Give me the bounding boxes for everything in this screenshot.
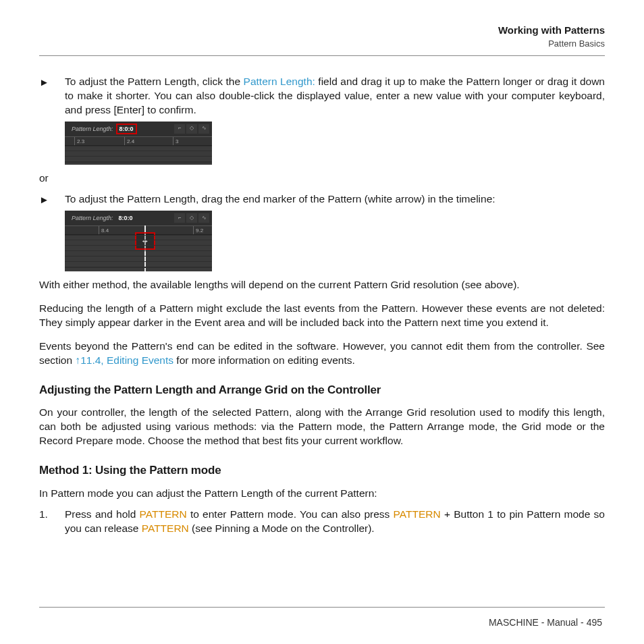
numbered-step-1: 1. Press and hold PATTERN to enter Patte… — [39, 508, 605, 536]
pattern-length-link[interactable]: Pattern Length: — [244, 76, 315, 87]
pattern-length-label: Pattern Length: — [65, 214, 113, 222]
footer-rule — [39, 607, 605, 608]
paragraph: Events beyond the Pattern's end can be e… — [39, 340, 605, 368]
section-heading: Method 1: Using the Pattern mode — [39, 463, 605, 479]
event-grid — [65, 235, 212, 271]
screenshot-1-toolbar: Pattern Length: 8:0:0 ⌐ ◇ ∿ — [65, 122, 212, 136]
section-heading: Adjusting the Pattern Length and Arrange… — [39, 383, 605, 398]
pattern-key: PATTERN — [394, 508, 441, 520]
header-rule — [39, 55, 605, 56]
page-footer: MASCHINE - Manual - 495 — [489, 617, 602, 628]
header-title: Working with Patterns — [39, 24, 605, 36]
instruction-step-2: ► To adjust the Pattern Length, drag the… — [39, 192, 605, 207]
screenshot-2-toolbar: Pattern Length: 8:0:0 ⌐ ◇ ∿ — [65, 211, 212, 225]
instruction-step-1: ► To adjust the Pattern Length, click th… — [39, 75, 605, 117]
screenshot-2: Pattern Length: 8:0:0 ⌐ ◇ ∿ 8.4 9.2 ↔ — [65, 211, 605, 271]
pattern-key: PATTERN — [140, 508, 187, 520]
pattern-key: PATTERN — [142, 522, 189, 534]
bullet-triangle-icon: ► — [39, 192, 65, 207]
body-content: ► To adjust the Pattern Length, click th… — [39, 75, 605, 536]
tool-icon[interactable]: ◇ — [186, 124, 197, 134]
tool-icon[interactable]: ⌐ — [174, 124, 185, 134]
step-number: 1. — [39, 508, 65, 536]
timeline-ruler: 2.3 2.4 3 — [65, 136, 212, 146]
screenshot-1: Pattern Length: 8:0:0 ⌐ ◇ ∿ 2.3 2.4 3 — [65, 122, 605, 165]
paragraph: With either method, the available length… — [39, 278, 605, 292]
bullet-triangle-icon: ► — [39, 75, 65, 117]
tool-icon[interactable]: ⌐ — [174, 213, 185, 223]
waveform-icon[interactable]: ∿ — [198, 213, 209, 223]
pattern-length-label: Pattern Length: — [65, 125, 113, 133]
step-2-text: To adjust the Pattern Length, drag the e… — [65, 192, 605, 207]
paragraph: On your controller, the length of the se… — [39, 406, 605, 448]
tool-icon[interactable]: ◇ — [186, 213, 197, 223]
pattern-length-value[interactable]: 8:0:0 — [116, 213, 136, 223]
step-text: Press and hold PATTERN to enter Pattern … — [65, 508, 605, 536]
running-header: Working with Patterns Pattern Basics — [39, 24, 605, 49]
pattern-length-value[interactable]: 8:0:0 — [116, 124, 137, 134]
step-1-text: To adjust the Pattern Length, click the … — [65, 75, 605, 117]
waveform-icon[interactable]: ∿ — [198, 124, 209, 134]
paragraph: Reducing the length of a Pattern might e… — [39, 302, 605, 330]
editing-events-link[interactable]: ↑11.4, Editing Events — [75, 354, 173, 366]
header-subtitle: Pattern Basics — [39, 38, 605, 49]
document-page: Working with Patterns Pattern Basics ► T… — [0, 0, 644, 644]
event-grid — [65, 146, 212, 165]
paragraph: In Pattern mode you can adjust the Patte… — [39, 487, 605, 501]
or-separator: or — [39, 171, 605, 186]
